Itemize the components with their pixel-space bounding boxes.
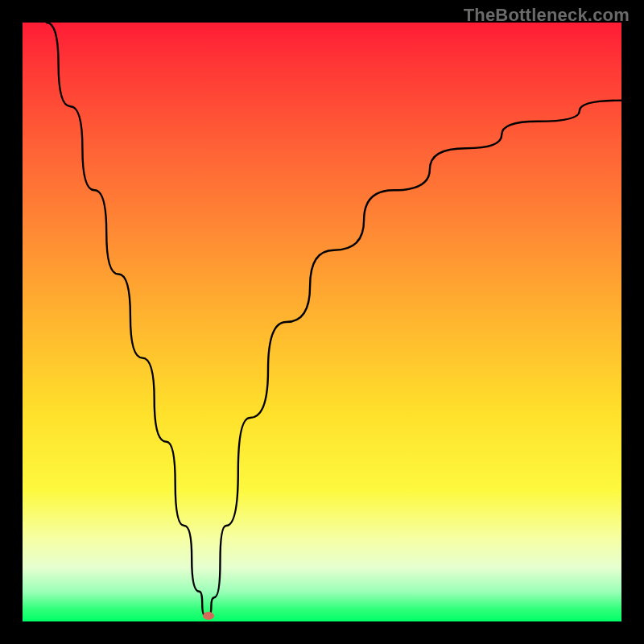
bottleneck-curve xyxy=(47,23,621,616)
curve-layer xyxy=(23,23,621,621)
plot-area xyxy=(23,23,621,621)
minimum-marker xyxy=(203,612,214,620)
watermark-text: TheBottleneck.com xyxy=(464,5,630,26)
